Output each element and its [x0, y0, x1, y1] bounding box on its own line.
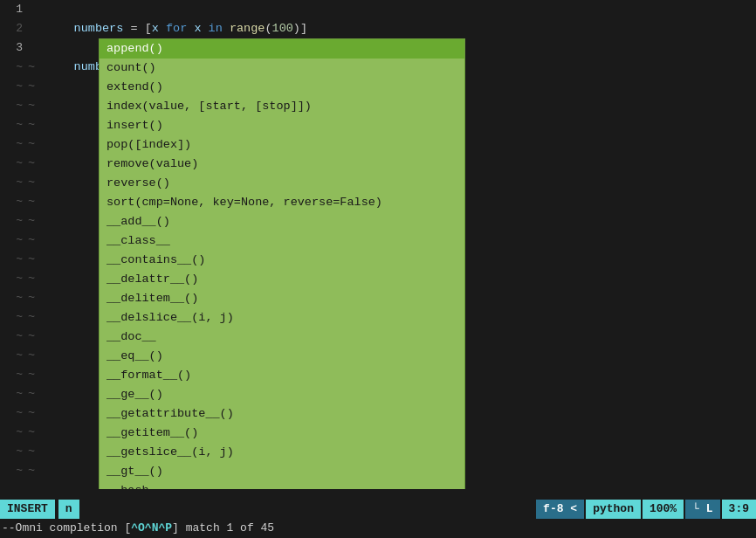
- line-number-gutter: 1 2 3 ~ ~ ~ ~ ~ ~ ~ ~ ~ ~ ~ ~ ~ ~ ~ ~ ~ …: [0, 0, 28, 489]
- editor-area: 1 2 3 ~ ~ ~ ~ ~ ~ ~ ~ ~ ~ ~ ~ ~ ~ ~ ~ ~ …: [0, 0, 756, 489]
- msg-match-text: match 1 of 45: [186, 519, 274, 538]
- lines-label: L: [706, 502, 713, 515]
- line-number: ~: [0, 58, 28, 77]
- lines-icon: └: [692, 502, 699, 515]
- line-number: 1: [0, 0, 28, 19]
- autocomplete-item-21[interactable]: __getslice__(i, j): [100, 443, 464, 462]
- line-number: ~: [0, 423, 28, 442]
- position-badge: 3:9: [722, 500, 756, 519]
- autocomplete-item-5[interactable]: pop([index]): [100, 135, 464, 155]
- autocomplete-item-2[interactable]: extend(): [100, 78, 464, 97]
- line-number: ~: [0, 288, 28, 307]
- line-number: ~: [0, 307, 28, 327]
- line-number: ~: [0, 365, 28, 384]
- autocomplete-item-22[interactable]: __gt__(): [100, 462, 464, 481]
- line-number: ~: [0, 96, 28, 115]
- autocomplete-item-18[interactable]: __ge__(): [100, 385, 464, 404]
- line-number: 2: [0, 19, 28, 38]
- line-number: ~: [0, 442, 28, 461]
- status-bar: INSERT n f-8 < python 100% └ L 3:9: [0, 500, 756, 519]
- autocomplete-item-10[interactable]: __class__: [100, 231, 464, 251]
- autocomplete-item-8[interactable]: sort(cmp=None, key=None, reverse=False): [100, 193, 464, 212]
- autocomplete-item-9[interactable]: __add__(): [100, 212, 464, 231]
- autocomplete-item-4[interactable]: insert(): [100, 116, 464, 135]
- autocomplete-item-13[interactable]: __delitem__(): [100, 289, 464, 308]
- autocomplete-item-6[interactable]: remove(value): [100, 155, 464, 174]
- line-number: ~: [0, 384, 28, 404]
- language-badge: python: [586, 500, 641, 519]
- message-bar: -- Omni completion [^O^N^P] match 1 of 4…: [0, 519, 756, 538]
- autocomplete-item-1[interactable]: count(): [100, 59, 464, 78]
- line-number: ~: [0, 404, 28, 423]
- line-number: ~: [0, 211, 28, 231]
- line-number: ~: [0, 269, 28, 288]
- mode-badge: INSERT: [0, 500, 55, 519]
- autocomplete-item-0[interactable]: append(): [100, 39, 464, 59]
- line-number: ~: [0, 346, 28, 365]
- line-number: ~: [0, 250, 28, 269]
- autocomplete-item-3[interactable]: index(value, [start, [stop]]): [100, 97, 464, 116]
- autocomplete-item-15[interactable]: __doc__: [100, 328, 464, 347]
- line-number: ~: [0, 192, 28, 211]
- autocomplete-item-19[interactable]: __getattribute__(): [100, 404, 464, 424]
- autocomplete-dropdown[interactable]: append() count() extend() index(value, […: [99, 38, 465, 489]
- line-number: ~: [0, 77, 28, 96]
- line-number: ~: [0, 115, 28, 134]
- autocomplete-item-14[interactable]: __delslice__(i, j): [100, 308, 464, 328]
- msg-space: [179, 519, 186, 538]
- line-number: ~: [0, 173, 28, 192]
- msg-bracket-close: ]: [172, 519, 179, 538]
- autocomplete-item-20[interactable]: __getitem__(): [100, 424, 464, 443]
- autocomplete-item-7[interactable]: reverse(): [100, 174, 464, 193]
- line-number: ~: [0, 461, 28, 480]
- autocomplete-item-16[interactable]: __eq__(): [100, 347, 464, 366]
- line-number: ~: [0, 231, 28, 250]
- autocomplete-item-12[interactable]: __delattr__(): [100, 270, 464, 289]
- code-line-1: numbers = [x for x in range(100)]: [28, 0, 756, 19]
- msg-label: Omni completion [: [16, 519, 132, 538]
- msg-ctrl-chars: ^O^N^P: [131, 519, 172, 538]
- line-number: ~: [0, 134, 28, 154]
- filename-badge: n: [58, 500, 79, 519]
- autocomplete-item-17[interactable]: __format__(): [100, 366, 464, 385]
- arrow-left-segment: f-8 <: [536, 500, 584, 519]
- zoom-badge: 100%: [643, 500, 684, 519]
- line-number: 3: [0, 38, 28, 58]
- autocomplete-item-11[interactable]: __contains__(): [100, 251, 464, 270]
- autocomplete-item-23[interactable]: __hash__: [100, 481, 464, 489]
- msg-dashes: --: [2, 519, 16, 538]
- line-number: ~: [0, 154, 28, 173]
- line-number: ~: [0, 327, 28, 346]
- right-status-group: f-8 < python 100% └ L 3:9: [534, 500, 756, 519]
- lines-icon-segment: └ L: [685, 500, 719, 519]
